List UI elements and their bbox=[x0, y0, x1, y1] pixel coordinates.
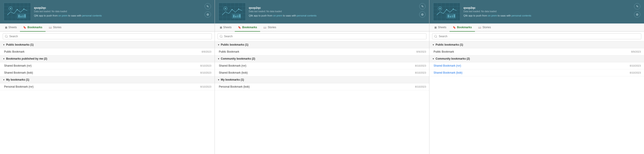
app-description: Qlik app to push from on prem to saas wi… bbox=[249, 14, 426, 17]
bookmark-name: Shared Bookmark (bob) bbox=[4, 71, 33, 74]
bookmark-date: 8/10/2023 bbox=[200, 64, 212, 67]
bookmark-item[interactable]: Shared Bookmark (bob)8/10/2023 bbox=[430, 69, 644, 76]
sheets-tab-label: Sheets bbox=[223, 26, 232, 29]
bookmark-item[interactable]: Public Bookmark8/9/2023 bbox=[0, 48, 214, 55]
search-input[interactable] bbox=[432, 33, 641, 39]
edit-button[interactable]: ✎ bbox=[204, 3, 211, 9]
bookmark-date: 8/9/2023 bbox=[202, 50, 212, 53]
tab-bookmarks[interactable]: 🔖Bookmarks bbox=[20, 23, 45, 32]
collapse-triangle-icon: ▼ bbox=[432, 44, 434, 46]
bookmark-date: 8/9/2023 bbox=[416, 50, 426, 53]
section-header-0[interactable]: ▼Public bookmarks (1) bbox=[0, 41, 214, 48]
app-info: qsop2qcData last loaded: No data loadedQ… bbox=[464, 6, 640, 17]
section-header-2[interactable]: ▼My bookmarks (1) bbox=[0, 76, 214, 83]
section-header-0[interactable]: ▼Public bookmarks (1) bbox=[430, 41, 644, 48]
search-bar bbox=[0, 32, 214, 41]
settings-button[interactable]: ⚙ bbox=[634, 11, 640, 18]
edit-button[interactable]: ✎ bbox=[634, 3, 640, 9]
bookmark-item[interactable]: Shared Bookmark (bob)8/10/2023 bbox=[215, 69, 430, 76]
sheets-tab-icon: ▦ bbox=[5, 26, 7, 29]
svg-rect-71 bbox=[454, 14, 455, 18]
bookmarks-tab-label: Bookmarks bbox=[457, 26, 472, 29]
svg-rect-44 bbox=[233, 15, 234, 18]
sheets-tab-icon: ▦ bbox=[434, 26, 437, 29]
app-header: qsop2qcData last loaded: No data loadedQ… bbox=[215, 0, 430, 23]
app-subtitle: Data last loaded: No data loaded bbox=[464, 10, 640, 13]
section-header-1[interactable]: ▼Community bookmarks (2) bbox=[430, 55, 644, 62]
sheets-tab-label: Sheets bbox=[438, 26, 446, 29]
panel-panel-3: qsop2qcData last loaded: No data loadedQ… bbox=[430, 0, 644, 154]
tabs-bar: ▦Sheets🔖Bookmarks📖Stories bbox=[0, 23, 214, 32]
bookmarks-tab-icon: 🔖 bbox=[238, 26, 241, 29]
bookmark-date: 8/10/2023 bbox=[415, 71, 426, 74]
app-title: qsop2qc bbox=[34, 6, 211, 9]
bookmark-item[interactable]: Personal Bookmark (rvr)8/10/2023 bbox=[0, 83, 214, 90]
svg-rect-21 bbox=[20, 16, 22, 18]
bookmark-date: 8/10/2023 bbox=[415, 85, 426, 88]
bookmark-name: Public Bookmark bbox=[434, 50, 454, 53]
bookmark-name: Shared Bookmark (rvr) bbox=[434, 64, 461, 67]
bookmark-content: ▼Public bookmarks (1)Public Bookmark8/9/… bbox=[215, 41, 430, 154]
search-input[interactable] bbox=[218, 33, 427, 39]
app-thumbnail bbox=[218, 3, 246, 21]
app-subtitle: Data last loaded: No data loaded bbox=[249, 10, 426, 13]
search-bar bbox=[430, 32, 644, 41]
bookmark-item[interactable]: Shared Bookmark (bob)8/10/2023 bbox=[0, 69, 214, 76]
bookmark-item[interactable]: Shared Bookmark (rvr)8/10/2023 bbox=[0, 62, 214, 69]
tab-sheets[interactable]: ▦Sheets bbox=[217, 23, 235, 32]
svg-point-65 bbox=[446, 9, 447, 10]
bookmark-date: 8/10/2023 bbox=[415, 64, 426, 67]
section-header-2[interactable]: ▼My bookmarks (1) bbox=[215, 76, 430, 83]
stories-tab-label: Stories bbox=[268, 26, 276, 29]
settings-button[interactable]: ⚙ bbox=[204, 11, 211, 18]
tab-stories[interactable]: 📖Stories bbox=[475, 23, 494, 32]
bookmark-item[interactable]: Public Bookmark8/9/2023 bbox=[430, 48, 644, 55]
bookmark-name: Personal Bookmark (rvr) bbox=[4, 85, 34, 88]
bookmarks-tab-label: Bookmarks bbox=[242, 26, 257, 29]
app-description: Qlik app to push from on prem to saas wi… bbox=[464, 14, 640, 17]
bookmark-name: Public Bookmark bbox=[219, 50, 239, 53]
tab-sheets[interactable]: ▦Sheets bbox=[2, 23, 20, 32]
bookmark-date: 8/9/2023 bbox=[631, 50, 641, 53]
svg-rect-22 bbox=[22, 15, 24, 18]
collapse-triangle-icon: ▼ bbox=[3, 78, 5, 81]
bookmarks-tab-label: Bookmarks bbox=[28, 26, 42, 29]
section-header-1[interactable]: ▼Bookmarks published by me (2) bbox=[0, 55, 214, 62]
section-label: My bookmarks (1) bbox=[221, 78, 244, 81]
bookmark-item[interactable]: Personal Bookmark (bob)8/10/2023 bbox=[215, 83, 430, 90]
search-input[interactable] bbox=[3, 33, 212, 39]
bookmark-item[interactable]: Public Bookmark8/9/2023 bbox=[215, 48, 430, 55]
bookmark-item[interactable]: Shared Bookmark (rvr)8/10/2023 bbox=[430, 62, 644, 69]
settings-button[interactable]: ⚙ bbox=[419, 11, 426, 18]
tab-sheets[interactable]: ▦Sheets bbox=[431, 23, 449, 32]
tab-stories[interactable]: 📖Stories bbox=[260, 23, 279, 32]
svg-rect-69 bbox=[450, 16, 451, 18]
tabs-bar: ▦Sheets🔖Bookmarks📖Stories bbox=[430, 23, 644, 32]
section-header-0[interactable]: ▼Public bookmarks (1) bbox=[215, 41, 430, 48]
stories-tab-icon: 📖 bbox=[263, 26, 266, 29]
svg-rect-45 bbox=[235, 16, 236, 18]
stories-tab-icon: 📖 bbox=[478, 26, 481, 29]
section-label: Public bookmarks (1) bbox=[221, 43, 248, 46]
svg-point-17 bbox=[17, 9, 18, 10]
section-label: Community bookmarks (2) bbox=[221, 57, 255, 60]
header-actions: ✎⚙ bbox=[634, 3, 640, 18]
section-header-1[interactable]: ▼Community bookmarks (2) bbox=[215, 55, 430, 62]
svg-point-18 bbox=[23, 8, 24, 9]
svg-point-16 bbox=[10, 8, 11, 9]
search-bar bbox=[215, 32, 430, 41]
app-title: qsop2qc bbox=[464, 6, 640, 9]
app-header: qsop2qcData last loaded: No data loadedQ… bbox=[430, 0, 644, 23]
bookmark-item[interactable]: Shared Bookmark (rvr)8/10/2023 bbox=[215, 62, 430, 69]
app-header: qsop2qcData last loaded: No data loadedQ… bbox=[0, 0, 214, 23]
stories-tab-label: Stories bbox=[482, 26, 491, 29]
tab-stories[interactable]: 📖Stories bbox=[46, 23, 64, 32]
bookmark-content: ▼Public bookmarks (1)Public Bookmark8/9/… bbox=[430, 41, 644, 154]
tab-bookmarks[interactable]: 🔖Bookmarks bbox=[450, 23, 475, 32]
collapse-triangle-icon: ▼ bbox=[218, 78, 220, 81]
edit-button[interactable]: ✎ bbox=[419, 3, 426, 9]
bookmark-name: Shared Bookmark (rvr) bbox=[219, 64, 246, 67]
svg-rect-68 bbox=[448, 15, 449, 18]
bookmark-name: Shared Bookmark (bob) bbox=[219, 71, 248, 74]
tab-bookmarks[interactable]: 🔖Bookmarks bbox=[235, 23, 260, 32]
